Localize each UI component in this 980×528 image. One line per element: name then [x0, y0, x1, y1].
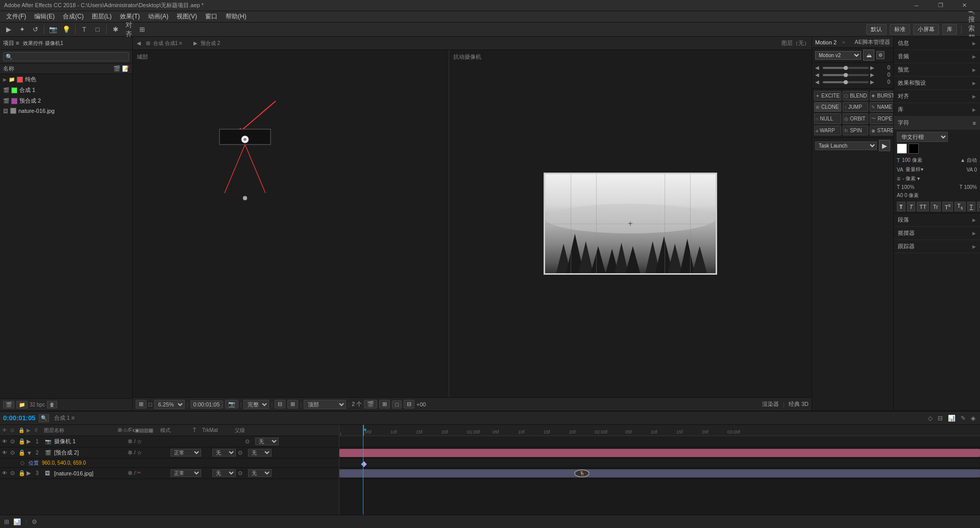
layer-2-eye[interactable]: 👁	[2, 450, 8, 455]
slider-1-thumb[interactable]	[844, 66, 848, 70]
layer-1-eye[interactable]: 👁	[2, 439, 8, 444]
vb-grid[interactable]: ⊞	[287, 400, 298, 409]
slider-2-track[interactable]	[823, 74, 869, 76]
layer-3-lock[interactable]: 🔒	[18, 470, 24, 476]
tool-camera[interactable]: 📷	[47, 24, 59, 35]
slider-1-track[interactable]	[823, 67, 869, 69]
project-item-solid[interactable]: ▶ 📁 纯色	[0, 74, 132, 85]
info-section-effects[interactable]: 效果和预设 ▶	[894, 77, 980, 90]
info-section-library[interactable]: 库 ▶	[894, 103, 980, 116]
layer-1-expand[interactable]: ▶	[27, 438, 34, 445]
keyframe-position[interactable]	[361, 461, 366, 467]
layer-row-1[interactable]: 👁 ⊙ 🔒 ▶ 1 📷 摄像机 1 单 / ☆ ⊙ 无	[0, 436, 339, 447]
slider-1-left[interactable]: ◀	[815, 65, 821, 70]
menu-comp[interactable]: 合成(C)	[59, 11, 88, 22]
track-3[interactable]: 🦌	[339, 468, 980, 479]
slider-1-right[interactable]: ▶	[870, 65, 876, 70]
layer-1-parent-select[interactable]: 无	[255, 438, 279, 445]
vb-snapshot2[interactable]: □	[392, 400, 402, 409]
layer-3-trkmat-select[interactable]: 无	[212, 469, 236, 477]
slider-2-left[interactable]: ◀	[815, 72, 821, 78]
motion-btn-excite[interactable]: ✦EXCITE	[814, 91, 841, 101]
task-launch-go-btn[interactable]: ▶	[879, 140, 890, 151]
info-section-wiggler[interactable]: 摇摆器 ▶	[894, 227, 980, 240]
char-menu[interactable]: ≡	[973, 120, 976, 126]
layer-2-expand[interactable]: ▼	[27, 450, 34, 456]
layer-2-lock[interactable]: 🔒	[18, 449, 24, 456]
motion-version-select[interactable]: Motion v2	[815, 51, 861, 60]
motion-btn-spin[interactable]: ↻SPIN	[843, 126, 868, 135]
tool-light[interactable]: 💡	[61, 24, 72, 35]
layer-1-solo[interactable]: ⊙	[10, 438, 16, 445]
tl-hide-shy[interactable]: ◈	[969, 415, 977, 422]
minimize-button[interactable]: ─	[905, 0, 928, 11]
info-section-paragraph[interactable]: 段落 ▶	[894, 213, 980, 227]
slider-2-thumb[interactable]	[844, 73, 848, 77]
layer-3-red-icon[interactable]: ✂	[137, 470, 141, 477]
playhead[interactable]	[363, 425, 363, 436]
project-tab[interactable]: 项目 ≡	[3, 39, 19, 47]
layer-2-solo[interactable]: ⊙	[10, 449, 16, 456]
layer-3-solo[interactable]: ⊙	[10, 470, 16, 476]
project-item-nature[interactable]: 🖼 nature-016.jpg	[0, 106, 132, 115]
restore-button[interactable]: ❐	[929, 0, 952, 11]
tool-text[interactable]: T	[79, 24, 90, 35]
tool-select[interactable]: ▶	[3, 24, 14, 35]
menu-edit[interactable]: 编辑(E)	[30, 11, 59, 22]
tl-graph-editor[interactable]: 📊	[946, 415, 957, 422]
tl-graph-toggle[interactable]: 📊	[12, 518, 22, 525]
tl-add-marker[interactable]: ◇	[926, 415, 934, 422]
close-button[interactable]: ✕	[953, 0, 976, 11]
nav-back-icon[interactable]: ◀	[135, 40, 143, 46]
layer-1-lock[interactable]: 🔒	[18, 438, 24, 445]
strike-btn[interactable]: T	[977, 202, 980, 211]
font-name-select[interactable]: 华文行楷	[897, 132, 948, 142]
motion-btn-burst[interactable]: ✸BURST	[870, 91, 896, 101]
motion-btn-null[interactable]: ○NULL	[814, 113, 841, 124]
vb-render-queue[interactable]: ⊞	[379, 400, 390, 409]
sub-btn[interactable]: Ts	[954, 202, 965, 211]
project-item-comp1[interactable]: 🎬 合成 1	[0, 85, 132, 95]
motion-btn-orbit[interactable]: ◎ORBIT	[843, 113, 868, 124]
layout-standard[interactable]: 标准	[890, 24, 910, 35]
vb-safe-frames[interactable]: ⊟	[275, 400, 285, 409]
tool-align[interactable]: 对齐	[123, 24, 134, 35]
track-2[interactable]	[339, 447, 980, 459]
italic-btn[interactable]: T	[907, 202, 916, 211]
vb-cam-icon[interactable]: ⊞	[136, 400, 146, 409]
underline-btn[interactable]: T	[967, 202, 976, 211]
tool-shape[interactable]: □	[92, 24, 103, 35]
new-comp-button[interactable]: 🎬	[3, 401, 14, 409]
task-launch-select[interactable]: Task Launch	[815, 141, 877, 150]
super-btn[interactable]: Ts	[942, 202, 953, 211]
text-color-black[interactable]	[909, 143, 919, 154]
vb-zoom-select[interactable]: 6.25% 12.5% 25% 50% 100%	[154, 400, 185, 409]
tl-edit-props[interactable]: ✎	[959, 415, 967, 422]
info-section-info[interactable]: 信息 ▶	[894, 37, 980, 50]
effects-tab[interactable]: 效果控件 摄像机1	[23, 40, 63, 47]
project-item-precomp2[interactable]: 🎬 预合成 2	[0, 95, 132, 106]
menu-help[interactable]: 帮助(H)	[222, 11, 251, 22]
motion-btn-rope[interactable]: 〜ROPE	[870, 113, 896, 124]
search-help-button[interactable]: 🔍 搜索帮助	[966, 24, 977, 35]
track-1[interactable]	[339, 436, 980, 447]
layout-default[interactable]: 默认	[866, 24, 887, 35]
text-color-white[interactable]	[897, 143, 907, 154]
motion-settings-btn[interactable]: ⚙	[876, 51, 885, 59]
tl-settings[interactable]: ⚙	[31, 518, 38, 525]
tool-rotate[interactable]: ↺	[30, 24, 41, 35]
info-section-audio[interactable]: 音频 ▶	[894, 50, 980, 63]
vb-layer-controls[interactable]: 🎬	[364, 400, 377, 409]
layer-3-parent-select[interactable]: 无	[248, 469, 272, 477]
motion-btn-name[interactable]: ✎NAME	[870, 102, 896, 112]
layout-small[interactable]: 小屏幕	[913, 24, 939, 35]
motion-btn-clone[interactable]: ⊕CLONE	[814, 102, 841, 112]
layer-3-mode-select[interactable]: 正常	[170, 469, 201, 477]
menu-view[interactable]: 视图(V)	[173, 11, 201, 22]
timeline-current-time[interactable]: 0:00:01:05	[3, 414, 36, 422]
vb-view-select[interactable]: 顶部 正面 活动摄像机	[304, 400, 346, 409]
vb-channels[interactable]: ⊟	[404, 400, 414, 409]
tool-pen[interactable]: ✦	[16, 24, 28, 35]
nav-forward[interactable]: ▶	[191, 40, 200, 46]
char-header[interactable]: 字符 ≡	[894, 116, 980, 130]
